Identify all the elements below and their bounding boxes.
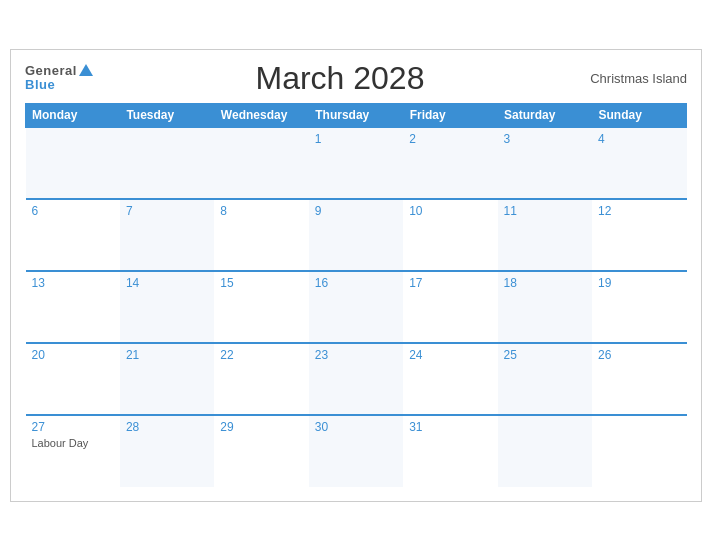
table-row: 7 — [120, 199, 214, 271]
col-tuesday: Tuesday — [120, 103, 214, 127]
table-row — [26, 127, 120, 199]
logo-blue-text: Blue — [25, 78, 55, 92]
table-row: 10 — [403, 199, 497, 271]
col-friday: Friday — [403, 103, 497, 127]
table-row: 28 — [120, 415, 214, 487]
days-header-row: Monday Tuesday Wednesday Thursday Friday… — [26, 103, 687, 127]
logo-triangle-icon — [79, 64, 93, 76]
table-row: 29 — [214, 415, 308, 487]
table-row: 21 — [120, 343, 214, 415]
table-row — [592, 415, 686, 487]
table-row: 26 — [592, 343, 686, 415]
table-row: 11 — [498, 199, 592, 271]
calendar-table: Monday Tuesday Wednesday Thursday Friday… — [25, 103, 687, 487]
table-row: 12 — [592, 199, 686, 271]
calendar-header: General Blue March 2028 Christmas Island — [25, 60, 687, 97]
calendar: General Blue March 2028 Christmas Island… — [10, 49, 702, 502]
table-row: 27 Labour Day — [26, 415, 120, 487]
table-row: 9 — [309, 199, 403, 271]
table-row: 19 — [592, 271, 686, 343]
col-wednesday: Wednesday — [214, 103, 308, 127]
calendar-region: Christmas Island — [587, 71, 687, 86]
table-row: 16 — [309, 271, 403, 343]
col-saturday: Saturday — [498, 103, 592, 127]
week-row-3: 13 14 15 16 17 18 19 — [26, 271, 687, 343]
table-row: 20 — [26, 343, 120, 415]
table-row: 24 — [403, 343, 497, 415]
logo-general-text: General — [25, 64, 77, 78]
table-row: 2 — [403, 127, 497, 199]
col-sunday: Sunday — [592, 103, 686, 127]
table-row: 30 — [309, 415, 403, 487]
table-row: 8 — [214, 199, 308, 271]
table-row: 15 — [214, 271, 308, 343]
table-row — [120, 127, 214, 199]
table-row: 3 — [498, 127, 592, 199]
labour-day-event: Labour Day — [32, 437, 89, 449]
logo: General Blue — [25, 64, 93, 93]
week-row-4: 20 21 22 23 24 25 26 — [26, 343, 687, 415]
table-row — [498, 415, 592, 487]
table-row: 31 — [403, 415, 497, 487]
col-monday: Monday — [26, 103, 120, 127]
col-thursday: Thursday — [309, 103, 403, 127]
table-row — [214, 127, 308, 199]
table-row: 6 — [26, 199, 120, 271]
calendar-title: March 2028 — [93, 60, 587, 97]
week-row-2: 6 7 8 9 10 11 12 — [26, 199, 687, 271]
table-row: 18 — [498, 271, 592, 343]
table-row: 22 — [214, 343, 308, 415]
table-row: 1 — [309, 127, 403, 199]
table-row: 13 — [26, 271, 120, 343]
table-row: 25 — [498, 343, 592, 415]
week-row-5: 27 Labour Day 28 29 30 31 — [26, 415, 687, 487]
table-row: 14 — [120, 271, 214, 343]
table-row: 4 — [592, 127, 686, 199]
table-row: 23 — [309, 343, 403, 415]
week-row-1: 1 2 3 4 — [26, 127, 687, 199]
table-row: 17 — [403, 271, 497, 343]
